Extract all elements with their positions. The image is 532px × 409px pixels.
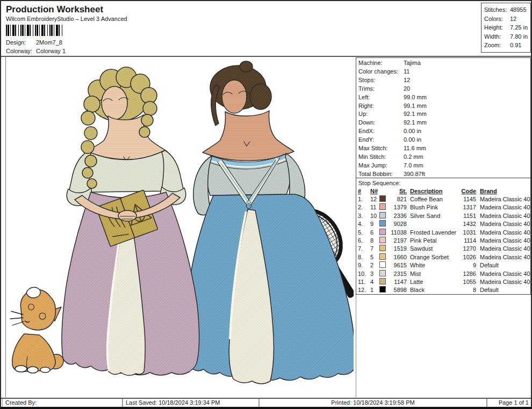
machine-info-row: Max Jump:7.0 mm bbox=[356, 162, 530, 170]
design-label: Design: bbox=[6, 39, 36, 46]
stop-sequence-row: 2.111379Blush Pink1317Madeira Classic 40 bbox=[356, 203, 530, 211]
thread-color-swatch bbox=[379, 245, 386, 251]
machine-info-row: Machine:Tajima bbox=[356, 59, 530, 68]
machine-info-row: Up:92.1 mm bbox=[356, 110, 530, 119]
thread-color-swatch bbox=[379, 237, 386, 243]
design-value: 2Mom7_8 bbox=[36, 39, 62, 46]
stat-row: Zoom:0.91 bbox=[481, 41, 530, 50]
stat-row: Height:7.25 in bbox=[481, 23, 530, 32]
embroidery-design-preview bbox=[6, 57, 354, 397]
stop-sequence-row: 6.82197Pink Petal1114Madeira Classic 40 bbox=[356, 237, 530, 245]
stop-sequence-row: 5.611038Frosted Lavender1031Madeira Clas… bbox=[356, 229, 530, 237]
footer-last-saved: Last Saved: 10/18/2024 3:19:34 PM bbox=[123, 399, 259, 408]
stop-sequence-row: 1.12821Coffee Bean1145Madeira Classic 40 bbox=[356, 195, 530, 203]
stop-sequence-row: 3.102336Silver Sand1151Madeira Classic 4… bbox=[356, 212, 530, 220]
stat-row: Width:7.80 in bbox=[481, 32, 530, 41]
stat-row: Stitches:48955 bbox=[481, 5, 530, 14]
thread-color-swatch bbox=[379, 229, 386, 235]
design-figure-left-woman bbox=[62, 67, 199, 376]
stop-sequence-row: 10.32315Mist1286Madeira Classic 40 bbox=[356, 270, 530, 278]
stop-sequence-row: 11.41147Latte1055Madeira Classic 40 bbox=[356, 278, 530, 286]
stop-sequence-title: Stop Sequence: bbox=[356, 179, 530, 187]
machine-info-row: EndY:0.00 in bbox=[356, 136, 530, 144]
stop-sequence-panel: Stop Sequence: # N# St. Description Code… bbox=[356, 178, 531, 295]
machine-info-panel: Machine:Tajima Color changes:11 Stops:12… bbox=[356, 57, 531, 178]
stop-sequence-header: # N# St. Description Code Brand bbox=[356, 187, 530, 195]
machine-info-row: EndX:0.00 in bbox=[356, 127, 530, 136]
footer-created-by: Created By: bbox=[2, 399, 123, 408]
footer-bar: Created By: Last Saved: 10/18/2024 3:19:… bbox=[2, 399, 532, 408]
barcode bbox=[6, 25, 63, 36]
thread-color-swatch bbox=[379, 253, 386, 260]
hands bbox=[118, 210, 136, 221]
page-title: Production Worksheet bbox=[6, 4, 103, 15]
design-canvas bbox=[5, 57, 354, 397]
stop-sequence-row: 8.51660Orange Sorbet1026Madeira Classic … bbox=[356, 253, 530, 261]
machine-info-row: Left:99.0 mm bbox=[356, 93, 530, 102]
thread-color-swatch bbox=[379, 195, 386, 202]
stop-sequence-row: 12.15898Black8Default bbox=[356, 286, 530, 294]
machine-info-row: Color changes:11 bbox=[356, 68, 530, 76]
colorway-row: Colorway:Colorway 1 bbox=[6, 48, 66, 54]
thread-color-swatch bbox=[379, 220, 386, 227]
machine-info-row: Right:99.1 mm bbox=[356, 102, 530, 111]
production-worksheet-page: Production Worksheet Wilcom EmbroiderySt… bbox=[0, 0, 532, 409]
design-name-row: Design:2Mom7_8 bbox=[6, 39, 62, 46]
colorway-label: Colorway: bbox=[6, 48, 36, 54]
machine-info-row: Down:92.1 mm bbox=[356, 119, 530, 127]
design-figure-cat bbox=[10, 287, 63, 373]
stat-row: Colors:12 bbox=[481, 14, 530, 24]
thread-color-swatch bbox=[379, 261, 386, 268]
machine-info-row: Trims:20 bbox=[356, 85, 530, 93]
face bbox=[222, 80, 247, 113]
design-stats-box: Stitches:48955 Colors:12 Height:7.25 in … bbox=[481, 3, 531, 53]
panel-divider-line bbox=[356, 295, 356, 397]
thread-color-swatch bbox=[379, 212, 386, 218]
software-subtitle: Wilcom EmbroideryStudio – Level 3 Advanc… bbox=[6, 16, 127, 22]
machine-info-row: Max Stitch:11.6 mm bbox=[356, 144, 530, 153]
stop-sequence-row: 7.71519Sawdust1270Madeira Classic 40 bbox=[356, 245, 530, 253]
machine-info-row: Min Stitch:0.2 mm bbox=[356, 153, 530, 162]
face bbox=[102, 86, 127, 120]
thread-color-swatch bbox=[379, 278, 386, 284]
thread-color-swatch bbox=[379, 286, 386, 293]
thread-color-swatch bbox=[379, 203, 386, 210]
footer-printed: Printed: 10/18/2024 3:19:58 PM bbox=[259, 399, 487, 408]
footer-page-number: Page 1 of 1 bbox=[487, 399, 532, 408]
machine-info-row: Stops:12 bbox=[356, 76, 530, 85]
thread-color-swatch bbox=[379, 270, 386, 276]
stop-sequence-row: 4.990281432Madeira Classic 40 bbox=[356, 220, 530, 228]
stop-sequence-row: 9.29615White9Default bbox=[356, 261, 530, 269]
colorway-value: Colorway 1 bbox=[36, 48, 66, 54]
